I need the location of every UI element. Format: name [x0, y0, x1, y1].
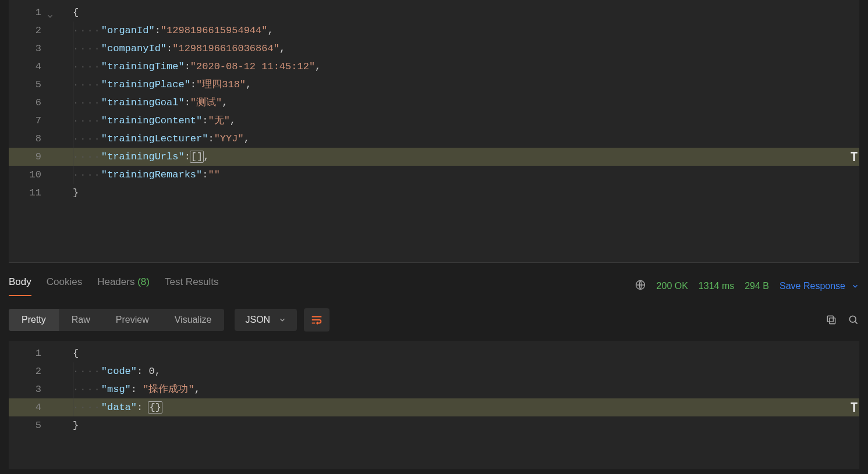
code-line[interactable]: 4····"data": {}T: [9, 398, 859, 416]
code-line[interactable]: 3····"msg": "操作成功",: [9, 380, 859, 398]
code-content[interactable]: ····"code": 0,: [53, 362, 161, 380]
copy-icon[interactable]: [826, 314, 837, 326]
token-punct: ,: [244, 133, 250, 144]
token-punct: :: [185, 97, 190, 108]
token-str: "无": [208, 115, 229, 126]
code-content[interactable]: ····"trainingLecturer":"YYJ",: [53, 130, 250, 148]
line-number: 1: [9, 344, 53, 362]
line-number: 2: [9, 362, 53, 380]
token-punct: :: [155, 25, 161, 36]
token-punct: {}: [148, 402, 161, 413]
code-content[interactable]: ····"companyId":"1298196616036864",: [53, 40, 285, 58]
response-body-toolbar: Pretty Raw Preview Visualize JSON: [0, 308, 868, 332]
token-punct: :: [190, 79, 196, 90]
tab-body[interactable]: Body: [9, 276, 31, 296]
save-response-button[interactable]: Save Response: [780, 281, 859, 291]
view-mode-visualize[interactable]: Visualize: [162, 309, 225, 331]
response-tabs: Body Cookies Headers (8) Test Results: [9, 276, 219, 296]
code-content[interactable]: {: [53, 3, 79, 22]
token-key: "trainingPlace": [101, 79, 190, 90]
token-punct: :: [185, 151, 190, 162]
line-number: 4: [9, 398, 53, 416]
code-line[interactable]: 3····"companyId":"1298196616036864",: [9, 40, 859, 58]
indent-guide: ····: [73, 169, 101, 180]
minimap-cursor-indicator: T: [850, 148, 858, 166]
code-line[interactable]: 11}: [9, 184, 859, 202]
svg-point-3: [849, 316, 856, 322]
token-punct: ,: [267, 25, 273, 36]
code-content[interactable]: ····"organId":"1298196615954944",: [53, 22, 274, 40]
code-line[interactable]: 2····"organId":"1298196615954944",: [9, 22, 859, 40]
code-content[interactable]: ····"trainingRemarks":"": [53, 166, 220, 184]
code-content[interactable]: {: [53, 344, 79, 362]
response-status: 200 OK: [657, 281, 688, 291]
token-punct: ,: [246, 79, 251, 90]
svg-rect-2: [827, 316, 833, 322]
code-content[interactable]: ····"trainingTime":"2020-08-12 11:45:12"…: [53, 58, 321, 76]
wrap-lines-button[interactable]: [304, 308, 330, 332]
code-line[interactable]: 6····"trainingGoal":"测试",: [9, 94, 859, 112]
line-number: 5: [9, 416, 53, 434]
code-line[interactable]: 2····"code": 0,: [9, 362, 859, 380]
format-select[interactable]: JSON: [235, 309, 297, 331]
svg-rect-1: [830, 318, 835, 324]
line-number: 10: [9, 166, 53, 184]
indent-guide: ····: [73, 97, 101, 108]
token-punct: ,: [315, 61, 321, 72]
code-content[interactable]: ····"trainingContent":"无",: [53, 112, 236, 130]
globe-icon[interactable]: [635, 279, 646, 293]
indent-guide: ····: [73, 115, 101, 126]
code-content[interactable]: ····"trainingGoal":"测试",: [53, 94, 228, 112]
tab-test-results[interactable]: Test Results: [165, 276, 219, 296]
indent-guide: ····: [73, 151, 101, 162]
view-mode-raw[interactable]: Raw: [59, 309, 103, 331]
line-number: 3: [9, 380, 53, 398]
indent-guide: ····: [73, 61, 101, 72]
request-body-editor[interactable]: 1{2····"organId":"1298196615954944",3···…: [9, 0, 859, 263]
format-select-label: JSON: [245, 315, 270, 325]
response-size: 294 B: [745, 281, 769, 291]
tab-headers[interactable]: Headers (8): [97, 276, 150, 296]
token-str: "1298196615954944": [161, 25, 268, 36]
token-str: "理四318": [196, 79, 246, 90]
code-line[interactable]: 5}: [9, 416, 859, 434]
token-punct: :: [202, 169, 208, 180]
token-punct: :: [208, 133, 214, 144]
code-line[interactable]: 5····"trainingPlace":"理四318",: [9, 76, 859, 94]
token-punct: ,: [279, 43, 285, 54]
code-line[interactable]: 1{: [9, 3, 859, 22]
token-key: "code": [101, 366, 137, 377]
code-content[interactable]: ····"data": {}: [53, 398, 162, 416]
code-content[interactable]: ····"trainingUrls":[],: [53, 148, 209, 166]
token-punct: {: [73, 348, 79, 359]
indent-guide: ····: [73, 133, 101, 144]
token-key: "trainingRemarks": [101, 169, 202, 180]
token-punct: ,: [230, 115, 236, 126]
code-line[interactable]: 1{: [9, 344, 859, 362]
view-mode-preview[interactable]: Preview: [103, 309, 162, 331]
search-icon[interactable]: [848, 314, 859, 326]
line-number: 3: [9, 40, 53, 58]
indent-guide: ····: [73, 43, 101, 54]
token-num: 0: [148, 366, 154, 377]
code-line[interactable]: 8····"trainingLecturer":"YYJ",: [9, 130, 859, 148]
token-punct: :: [131, 384, 143, 395]
code-line[interactable]: 10····"trainingRemarks":"": [9, 166, 859, 184]
code-content[interactable]: ····"msg": "操作成功",: [53, 380, 200, 398]
code-line[interactable]: 7····"trainingContent":"无",: [9, 112, 859, 130]
token-str: "操作成功": [143, 384, 194, 395]
token-str: "测试": [190, 97, 222, 108]
token-key: "organId": [101, 25, 155, 36]
code-content[interactable]: ····"trainingPlace":"理四318",: [53, 76, 251, 94]
code-content[interactable]: }: [53, 184, 79, 202]
line-number: 7: [9, 112, 53, 130]
token-str: "2020-08-12 11:45:12": [190, 61, 315, 72]
line-number: 11: [9, 184, 53, 202]
response-body-editor[interactable]: 1{2····"code": 0,3····"msg": "操作成功",4···…: [9, 341, 859, 469]
view-mode-pretty[interactable]: Pretty: [9, 309, 59, 331]
code-content[interactable]: }: [53, 416, 79, 434]
line-number: 4: [9, 58, 53, 76]
code-line[interactable]: 4····"trainingTime":"2020-08-12 11:45:12…: [9, 58, 859, 76]
code-line[interactable]: 9····"trainingUrls":[],T: [9, 148, 859, 166]
tab-cookies[interactable]: Cookies: [47, 276, 82, 296]
